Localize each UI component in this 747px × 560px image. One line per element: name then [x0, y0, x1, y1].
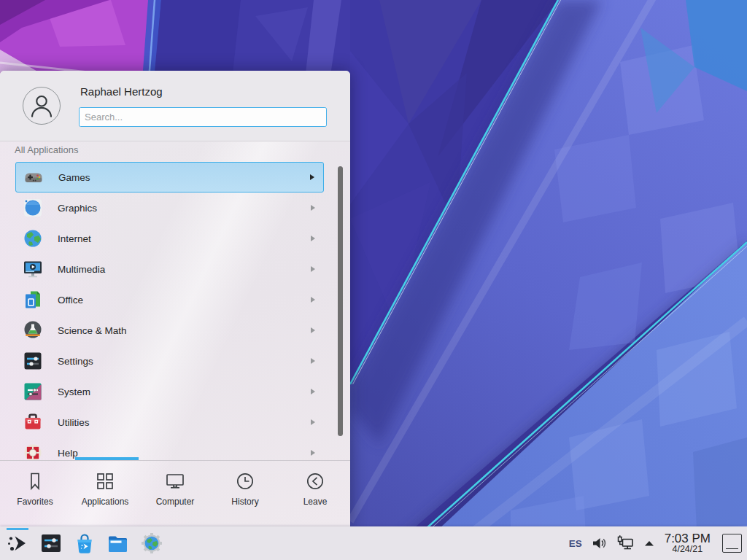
submenu-arrow-icon — [311, 205, 315, 211]
submenu-arrow-icon — [311, 297, 315, 303]
submenu-arrow-icon — [311, 389, 315, 394]
menu-item-label: Multimedia — [58, 264, 105, 275]
menu-item-office[interactable]: Office — [15, 284, 324, 315]
system-settings-launcher[interactable] — [38, 528, 64, 559]
graphics-icon — [23, 198, 43, 218]
menu-item-label: Settings — [58, 356, 93, 367]
internet-icon — [23, 228, 43, 249]
launcher-tab-bar: Favorites Applications Computer — [0, 460, 350, 526]
software-center-launcher[interactable] — [71, 528, 98, 559]
active-launcher-indicator — [7, 528, 28, 530]
taskbar: ES 7:03 PM 4/24/21 — [0, 526, 747, 560]
submenu-arrow-icon — [311, 266, 315, 272]
computer-icon — [164, 470, 186, 492]
submenu-arrow-icon — [310, 174, 314, 180]
web-browser-launcher[interactable] — [139, 528, 165, 559]
history-icon — [234, 470, 256, 492]
tab-label: History — [231, 497, 258, 507]
menu-item-science-math[interactable]: Science & Math — [15, 315, 324, 346]
tab-label: Favorites — [17, 497, 53, 507]
digital-clock[interactable]: 7:03 PM 4/24/21 — [665, 532, 711, 555]
file-manager-icon — [107, 532, 130, 555]
menu-item-help[interactable]: Help — [15, 438, 324, 460]
menu-item-label: System — [58, 386, 90, 397]
show-desktop-button[interactable] — [722, 534, 742, 553]
submenu-arrow-icon — [311, 358, 315, 364]
user-avatar-icon — [23, 87, 61, 125]
desktop: Raphael Hertzog All Applications Games — [0, 0, 747, 560]
applications-icon — [94, 470, 116, 492]
menu-item-label: Games — [58, 172, 90, 183]
system-tray: ES 7:03 PM 4/24/21 — [569, 532, 747, 555]
web-browser-icon — [140, 532, 163, 555]
system-icon — [23, 381, 43, 402]
menu-item-label: Science & Math — [58, 325, 127, 336]
leave-icon — [304, 470, 326, 492]
menu-item-multimedia[interactable]: Multimedia — [15, 254, 324, 284]
tab-label: Computer — [156, 497, 195, 507]
file-manager-launcher[interactable] — [105, 528, 131, 559]
menu-item-settings[interactable]: Settings — [15, 346, 324, 376]
launcher-header: Raphael Hertzog — [0, 71, 350, 141]
kali-menu-icon — [6, 532, 29, 555]
submenu-arrow-icon — [311, 327, 315, 333]
menu-item-label: Utilities — [58, 417, 90, 428]
favorites-icon — [24, 470, 46, 492]
tab-applications[interactable]: Applications — [70, 461, 140, 526]
tab-label: Applications — [82, 497, 129, 507]
science-icon — [23, 320, 43, 341]
menu-item-label: Internet — [58, 233, 91, 244]
menu-item-graphics[interactable]: Graphics — [15, 192, 324, 223]
tab-favorites[interactable]: Favorites — [0, 461, 70, 526]
network-icon[interactable] — [616, 534, 635, 552]
expand-tray-icon[interactable] — [643, 538, 655, 548]
submenu-arrow-icon — [311, 236, 315, 241]
taskbar-launchers — [0, 528, 165, 559]
menu-item-games[interactable]: Games — [15, 162, 324, 192]
settings-icon — [23, 351, 43, 371]
application-category-list: Games Graphics — [0, 162, 350, 460]
multimedia-icon — [23, 259, 43, 279]
list-scrollbar[interactable] — [338, 166, 343, 436]
clock-time: 7:03 PM — [665, 532, 711, 545]
system-settings-icon — [39, 532, 63, 555]
utilities-icon — [23, 412, 43, 432]
clock-date: 4/24/21 — [665, 545, 711, 554]
section-label: All Applications — [15, 144, 78, 155]
menu-item-internet[interactable]: Internet — [15, 223, 324, 254]
user-name: Raphael Hertzog — [80, 85, 163, 98]
office-icon — [23, 289, 43, 310]
search-input[interactable] — [79, 107, 327, 127]
tab-history[interactable]: History — [210, 461, 280, 526]
games-icon — [23, 167, 44, 187]
menu-item-label: Office — [58, 295, 83, 306]
tab-computer[interactable]: Computer — [140, 461, 210, 526]
tab-label: Leave — [303, 497, 328, 507]
menu-item-system[interactable]: System — [15, 376, 324, 407]
help-icon — [23, 443, 43, 460]
volume-icon[interactable] — [590, 534, 608, 552]
submenu-arrow-icon — [311, 419, 315, 425]
application-launcher-button[interactable] — [4, 528, 31, 559]
keyboard-layout-indicator[interactable]: ES — [569, 538, 582, 549]
application-launcher-panel: Raphael Hertzog All Applications Games — [0, 71, 350, 526]
tab-leave[interactable]: Leave — [280, 461, 350, 526]
software-center-icon — [73, 532, 96, 555]
menu-item-label: Graphics — [58, 203, 97, 214]
menu-item-utilities[interactable]: Utilities — [15, 407, 324, 438]
submenu-arrow-icon — [311, 450, 315, 456]
active-tab-indicator — [75, 457, 139, 460]
